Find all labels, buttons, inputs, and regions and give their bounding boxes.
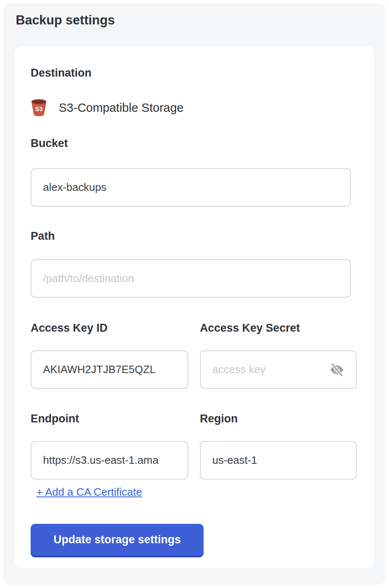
s3-bucket-icon: S3 <box>31 98 47 117</box>
bucket-label: Bucket <box>31 137 68 150</box>
s3-icon-label: S3 <box>35 105 43 112</box>
path-input[interactable] <box>31 259 351 298</box>
toggle-secret-visibility-button[interactable] <box>327 361 347 378</box>
storage-settings-card: Destination S3 S3-Compatible Storage Buc… <box>15 46 374 568</box>
backup-settings-panel: Backup settings Destination S3 S3-Compat… <box>3 3 386 585</box>
backup-settings-screen: Backup settings Destination S3 S3-Compat… <box>0 0 389 588</box>
page-title: Backup settings <box>16 12 115 28</box>
path-label: Path <box>31 229 55 243</box>
region-label: Region <box>200 412 238 425</box>
update-storage-settings-button[interactable]: Update storage settings <box>31 524 204 556</box>
endpoint-input[interactable] <box>31 441 188 480</box>
destination-label: Destination <box>31 66 91 80</box>
access-key-id-input[interactable] <box>31 350 188 389</box>
add-ca-certificate-link[interactable]: + Add a CA Certificate <box>36 485 142 499</box>
destination-value: S3-Compatible Storage <box>59 101 183 115</box>
access-key-secret-label: Access Key Secret <box>200 321 300 335</box>
eye-off-icon <box>329 363 345 377</box>
endpoint-label: Endpoint <box>31 412 79 425</box>
bucket-input[interactable] <box>31 168 351 207</box>
region-input[interactable] <box>200 441 357 480</box>
destination-row: S3 S3-Compatible Storage <box>31 98 183 118</box>
access-key-id-label: Access Key ID <box>31 321 108 335</box>
